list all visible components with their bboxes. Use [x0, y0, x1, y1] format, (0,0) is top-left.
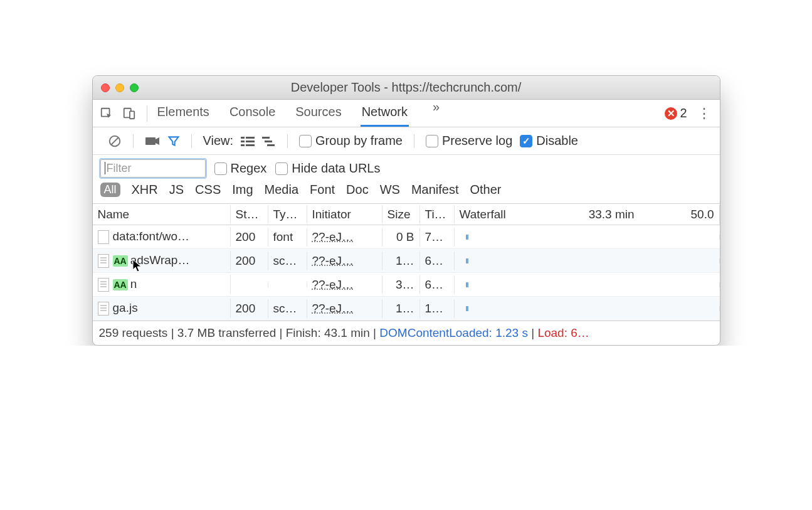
tracker-badge-icon: AA: [113, 279, 128, 290]
tabs-overflow-icon[interactable]: »: [426, 100, 440, 127]
waterfall-tick-1: 33.3 min: [589, 208, 691, 221]
checkbox-checked-icon: [520, 135, 532, 147]
type-other[interactable]: Other: [470, 183, 501, 197]
col-waterfall[interactable]: Waterfall 33.3 min 50.0: [455, 205, 720, 224]
type-font[interactable]: Font: [310, 183, 335, 197]
type-all[interactable]: All: [100, 183, 120, 197]
error-icon: ✕: [665, 107, 677, 120]
filter-row: Filter Regex Hide data URLs: [93, 155, 720, 179]
status-load: Load: 6…: [537, 326, 589, 339]
cell-type: sc…: [268, 299, 307, 318]
cell-name: data:font/wo…: [113, 230, 190, 243]
traffic-lights: [93, 83, 139, 92]
titlebar: Developer Tools - https://techcrunch.com…: [93, 76, 720, 100]
disable-cache-label: Disable: [536, 134, 578, 148]
cell-size: 0 B: [382, 228, 420, 247]
device-toggle-icon[interactable]: [120, 105, 138, 122]
window-minimize-button[interactable]: [115, 83, 124, 92]
hide-data-urls-label: Hide data URLs: [292, 161, 380, 176]
status-requests: 259 requests: [99, 326, 168, 339]
checkbox-icon: [214, 162, 227, 175]
type-manifest[interactable]: Manifest: [411, 183, 459, 197]
cell-time: 1…: [420, 299, 455, 318]
waterfall-view-icon[interactable]: [262, 135, 276, 147]
preserve-log-option[interactable]: Preserve log: [426, 134, 512, 148]
type-xhr[interactable]: XHR: [132, 183, 158, 197]
tabs-row: Elements Console Sources Network » ✕ 2 ⋮: [93, 100, 720, 127]
hide-data-urls-option[interactable]: Hide data URLs: [275, 161, 380, 176]
table-header: Name St… Ty… Initiator Size Ti… Waterfal…: [93, 204, 720, 225]
svg-rect-5: [241, 137, 245, 139]
screenshot-icon[interactable]: [145, 135, 160, 147]
status-bar: 259 requests | 3.7 MB transferred | Fini…: [93, 321, 720, 345]
type-img[interactable]: Img: [232, 183, 253, 197]
clear-button[interactable]: [108, 134, 122, 148]
col-status[interactable]: St…: [231, 205, 268, 224]
file-icon: [98, 230, 109, 244]
tab-sources[interactable]: Sources: [294, 100, 342, 127]
col-time[interactable]: Ti…: [420, 205, 455, 224]
tab-network[interactable]: Network: [361, 100, 409, 127]
large-rows-icon[interactable]: [241, 135, 255, 147]
cell-size: 1…: [382, 252, 420, 270]
cell-initiator[interactable]: ??-eJ…: [312, 278, 354, 291]
cell-type: font: [268, 228, 307, 247]
cell-status: 200: [231, 299, 268, 318]
preserve-log-label: Preserve log: [442, 134, 512, 148]
regex-label: Regex: [231, 161, 267, 176]
inspect-element-icon[interactable]: [98, 105, 115, 122]
type-js[interactable]: JS: [169, 183, 184, 197]
col-initiator[interactable]: Initiator: [307, 205, 382, 224]
tab-console[interactable]: Console: [228, 100, 277, 127]
errors-indicator[interactable]: ✕ 2: [665, 106, 687, 120]
type-media[interactable]: Media: [265, 183, 298, 197]
cell-size: 1…: [382, 299, 420, 318]
col-type[interactable]: Ty…: [268, 205, 307, 224]
file-icon: [98, 302, 109, 316]
table-row[interactable]: AAn ??-eJ… 3… 6…: [93, 273, 720, 297]
settings-menu-icon[interactable]: ⋮: [693, 105, 715, 122]
divider: [147, 105, 147, 122]
divider: [191, 134, 192, 148]
cell-initiator[interactable]: ??-eJ…: [312, 302, 354, 315]
tab-elements[interactable]: Elements: [156, 100, 211, 127]
table-row[interactable]: ga.js 200 sc… ??-eJ… 1… 1…: [93, 297, 720, 321]
svg-rect-12: [265, 141, 272, 142]
cell-name: n: [130, 277, 137, 290]
window-close-button[interactable]: [101, 83, 110, 92]
cell-type: sc…: [268, 252, 307, 270]
divider: [414, 134, 414, 148]
filter-icon[interactable]: [167, 135, 180, 147]
cell-initiator[interactable]: ??-eJ…: [312, 254, 354, 267]
file-icon: [98, 254, 109, 268]
window-title: Developer Tools - https://techcrunch.com…: [93, 80, 720, 95]
checkbox-icon: [426, 135, 438, 147]
waterfall-label: Waterfall: [460, 208, 506, 221]
group-by-frame-option[interactable]: Group by frame: [299, 134, 403, 148]
col-name[interactable]: Name: [93, 205, 231, 224]
cell-type: [268, 282, 307, 287]
svg-rect-8: [246, 141, 255, 142]
group-by-frame-label: Group by frame: [315, 134, 403, 148]
cell-name: ga.js: [113, 301, 138, 314]
svg-rect-7: [241, 141, 245, 142]
cell-initiator[interactable]: ??-eJ…: [312, 230, 354, 243]
filter-input[interactable]: Filter: [100, 159, 206, 178]
col-size[interactable]: Size: [382, 205, 420, 224]
table-row[interactable]: AAadsWrap… 200 sc… ??-eJ… 1… 6…: [93, 249, 720, 273]
cell-size: 3…: [382, 275, 420, 294]
table-row[interactable]: data:font/wo… 200 font ??-eJ… 0 B 7…: [93, 225, 720, 249]
regex-option[interactable]: Regex: [214, 161, 267, 176]
type-css[interactable]: CSS: [195, 183, 221, 197]
checkbox-icon: [275, 162, 288, 175]
window-zoom-button[interactable]: [130, 83, 139, 92]
type-ws[interactable]: WS: [380, 183, 400, 197]
status-transferred: 3.7 MB transferred: [177, 326, 276, 339]
disable-cache-option[interactable]: Disable: [520, 134, 578, 148]
view-label: View:: [203, 134, 234, 148]
svg-rect-2: [129, 111, 134, 119]
type-doc[interactable]: Doc: [346, 183, 369, 197]
svg-rect-4: [145, 137, 156, 145]
type-filter-row: All XHR JS CSS Img Media Font Doc WS Man…: [93, 179, 720, 204]
cell-status: [231, 282, 268, 287]
